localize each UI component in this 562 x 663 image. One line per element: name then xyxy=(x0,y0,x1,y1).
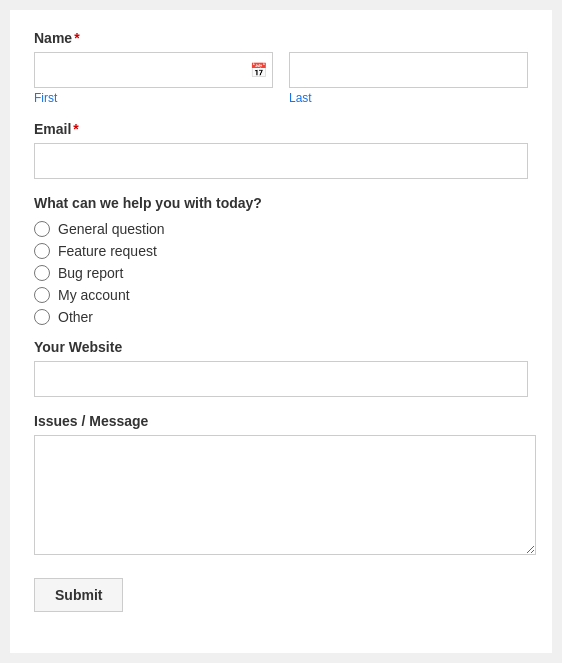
radio-account-label[interactable]: My account xyxy=(58,287,130,303)
radio-bug-label[interactable]: Bug report xyxy=(58,265,123,281)
name-field-group: Name* 📅 First Last xyxy=(34,30,528,105)
radio-feature-input[interactable] xyxy=(34,243,50,259)
last-label: Last xyxy=(289,91,528,105)
radio-bug[interactable]: Bug report xyxy=(34,265,528,281)
radio-general-input[interactable] xyxy=(34,221,50,237)
radio-general-label[interactable]: General question xyxy=(58,221,165,237)
contact-form: Name* 📅 First Last Email* What can we he… xyxy=(10,10,552,653)
first-input-wrapper: 📅 xyxy=(34,52,273,88)
radio-account[interactable]: My account xyxy=(34,287,528,303)
last-name-input[interactable] xyxy=(289,52,528,88)
message-textarea[interactable] xyxy=(34,435,536,555)
first-label: First xyxy=(34,91,273,105)
radio-other-input[interactable] xyxy=(34,309,50,325)
radio-other-label[interactable]: Other xyxy=(58,309,93,325)
email-input[interactable] xyxy=(34,143,528,179)
first-name-col: 📅 First xyxy=(34,52,273,105)
radio-feature[interactable]: Feature request xyxy=(34,243,528,259)
email-field-group: Email* xyxy=(34,121,528,179)
name-label: Name* xyxy=(34,30,528,46)
radio-general[interactable]: General question xyxy=(34,221,528,237)
first-name-input[interactable] xyxy=(34,52,273,88)
email-label: Email* xyxy=(34,121,528,137)
website-label: Your Website xyxy=(34,339,528,355)
email-required-star: * xyxy=(73,121,78,137)
radio-other[interactable]: Other xyxy=(34,309,528,325)
name-row: 📅 First Last xyxy=(34,52,528,105)
message-section: Issues / Message xyxy=(34,413,528,558)
message-label: Issues / Message xyxy=(34,413,528,429)
help-section: What can we help you with today? General… xyxy=(34,195,528,325)
submit-button[interactable]: Submit xyxy=(34,578,123,612)
last-name-col: Last xyxy=(289,52,528,105)
radio-feature-label[interactable]: Feature request xyxy=(58,243,157,259)
radio-account-input[interactable] xyxy=(34,287,50,303)
name-required-star: * xyxy=(74,30,79,46)
help-question: What can we help you with today? xyxy=(34,195,528,211)
radio-bug-input[interactable] xyxy=(34,265,50,281)
website-input[interactable] xyxy=(34,361,528,397)
website-field-group: Your Website xyxy=(34,339,528,397)
